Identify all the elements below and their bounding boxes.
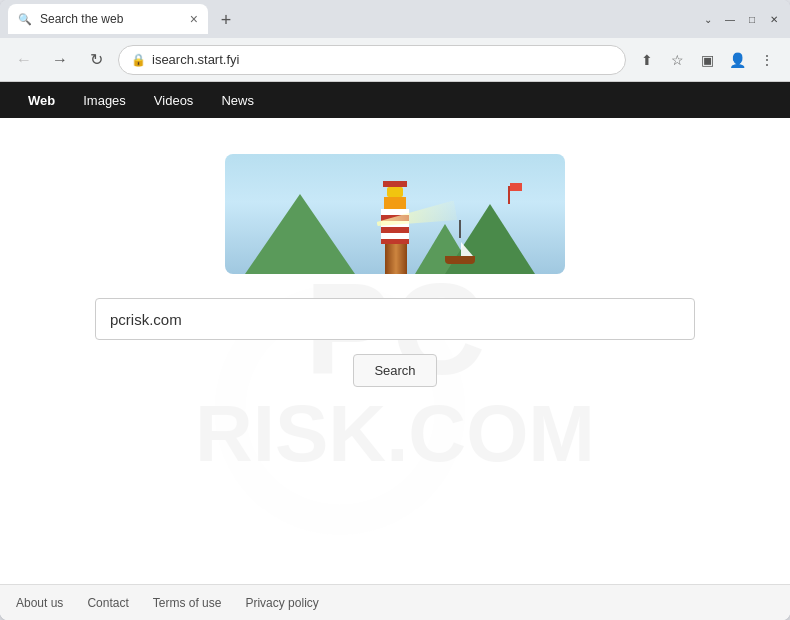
search-input-wrap[interactable] — [95, 298, 695, 340]
forward-button[interactable]: → — [46, 46, 74, 74]
search-button-wrap: Search — [95, 354, 695, 387]
maximize-button[interactable]: □ — [744, 11, 760, 27]
address-bar: ← → ↻ 🔒 isearch.start.fyi ⬆ ☆ ▣ 👤 ⋮ — [0, 38, 790, 82]
tab-title: Search the web — [40, 12, 182, 26]
search-type-tabs: Web Images Videos News — [0, 82, 790, 118]
tab-web[interactable]: Web — [16, 87, 67, 114]
new-tab-button[interactable]: + — [212, 6, 240, 34]
footer-terms-link[interactable]: Terms of use — [153, 596, 222, 610]
footer-privacy-link[interactable]: Privacy policy — [245, 596, 318, 610]
footer-contact-link[interactable]: Contact — [87, 596, 128, 610]
mountain-left-icon — [245, 194, 355, 274]
profile-icon[interactable]: 👤 — [724, 47, 750, 73]
page-content: PC RISK.COM — [0, 118, 790, 620]
page-footer: About us Contact Terms of use Privacy po… — [0, 584, 790, 620]
tab-news[interactable]: News — [209, 87, 266, 114]
scene — [225, 154, 565, 274]
search-input[interactable] — [110, 311, 680, 328]
title-bar: 🔍 Search the web × + ⌄ — □ ✕ — [0, 0, 790, 38]
hero-illustration — [225, 154, 565, 274]
footer-about-link[interactable]: About us — [16, 596, 63, 610]
search-area: Search — [95, 298, 695, 387]
back-button[interactable]: ← — [10, 46, 38, 74]
flag-icon — [510, 183, 522, 191]
address-text: isearch.start.fyi — [152, 52, 613, 67]
boat-icon — [445, 238, 475, 264]
minimize-button[interactable]: — — [722, 11, 738, 27]
tabs-area: 🔍 Search the web × + — [8, 4, 696, 34]
share-icon[interactable]: ⬆ — [634, 47, 660, 73]
address-input-wrap[interactable]: 🔒 isearch.start.fyi — [118, 45, 626, 75]
tab-search-icon: 🔍 — [18, 13, 32, 26]
reload-button[interactable]: ↻ — [82, 46, 110, 74]
address-actions: ⬆ ☆ ▣ 👤 ⋮ — [634, 47, 780, 73]
bookmark-icon[interactable]: ☆ — [664, 47, 690, 73]
tab-images[interactable]: Images — [71, 87, 138, 114]
window-controls: ⌄ — □ ✕ — [700, 11, 782, 27]
active-tab[interactable]: 🔍 Search the web × — [8, 4, 208, 34]
close-button[interactable]: ✕ — [766, 11, 782, 27]
menu-icon[interactable]: ⋮ — [754, 47, 780, 73]
tab-close-button[interactable]: × — [190, 11, 198, 27]
chevron-down-icon[interactable]: ⌄ — [700, 11, 716, 27]
tab-manager-icon[interactable]: ▣ — [694, 47, 720, 73]
search-button[interactable]: Search — [353, 354, 436, 387]
tab-videos[interactable]: Videos — [142, 87, 206, 114]
lock-icon: 🔒 — [131, 53, 146, 67]
lighthouse-icon — [381, 181, 409, 274]
browser-window: 🔍 Search the web × + ⌄ — □ ✕ ← → ↻ 🔒 ise… — [0, 0, 790, 620]
